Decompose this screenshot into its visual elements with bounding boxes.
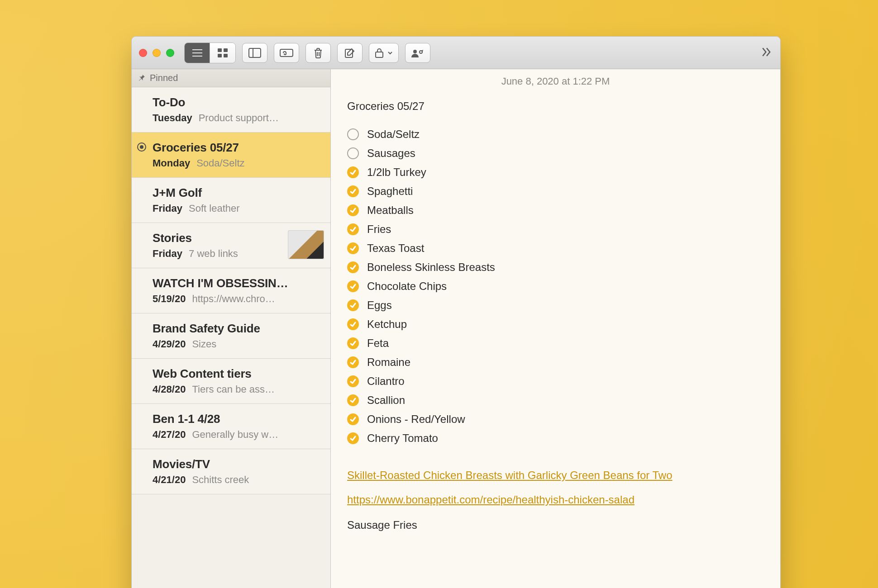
svg-point-14 <box>413 50 417 53</box>
note-list-item-subline: 4/28/20Tiers can be ass… <box>153 384 322 395</box>
grid-icon <box>217 48 228 58</box>
checklist-item[interactable]: 1/2lb Turkey <box>347 166 764 179</box>
list-icon <box>191 48 203 58</box>
checklist-item[interactable]: Ketchup <box>347 318 764 331</box>
lock-button[interactable] <box>369 43 399 63</box>
notes-list[interactable]: To-DoTuesdayProduct support…Groceries 05… <box>132 87 330 494</box>
note-list-item-title: Ben 1-1 4/28 <box>153 412 322 426</box>
pinned-label: Pinned <box>150 73 178 83</box>
delete-button[interactable] <box>305 43 331 63</box>
note-list-item[interactable]: J+M GolfFridaySoft leather <box>132 178 330 223</box>
recipe-link-2[interactable]: https://www.bonappetit.com/recipe/health… <box>347 493 635 506</box>
note-list-item-title: Web Content tiers <box>153 367 322 381</box>
checkbox-checked-icon[interactable] <box>347 242 359 254</box>
checklist-item[interactable]: Chocolate Chips <box>347 280 764 293</box>
note-list-item-title: To-Do <box>153 95 322 109</box>
note-list-item[interactable]: StoriesFriday7 web links <box>132 223 330 268</box>
note-list-item[interactable]: Groceries 05/27MondaySoda/Seltz <box>132 133 330 178</box>
note-list-item-title: J+M Golf <box>153 186 322 200</box>
checkbox-checked-icon[interactable] <box>347 204 359 216</box>
checklist-item[interactable]: Scallion <box>347 394 764 407</box>
checklist-item[interactable]: Cherry Tomato <box>347 432 764 445</box>
notes-sidebar: Pinned To-DoTuesdayProduct support…Groce… <box>132 69 331 588</box>
checkbox-checked-icon[interactable] <box>347 280 359 292</box>
note-list-item-preview: Soft leather <box>189 203 240 214</box>
note-timestamp: June 8, 2020 at 1:22 PM <box>347 76 764 87</box>
note-list-item[interactable]: Ben 1-1 4/284/27/20Generally busy w… <box>132 404 330 449</box>
note-list-item-preview: Schitts creek <box>192 474 249 486</box>
note-list-item-subline: FridaySoft leather <box>153 203 322 214</box>
checkbox-checked-icon[interactable] <box>347 185 359 197</box>
checkbox-checked-icon[interactable] <box>347 318 359 330</box>
note-list-item[interactable]: To-DoTuesdayProduct support… <box>132 87 330 133</box>
note-list-item[interactable]: Web Content tiers4/28/20Tiers can be ass… <box>132 359 330 404</box>
recipe-link-1[interactable]: Skillet-Roasted Chicken Breasts with Gar… <box>347 469 673 482</box>
view-list-button[interactable] <box>185 43 210 63</box>
checklist-item[interactable]: Soda/Seltz <box>347 128 764 141</box>
checklist-item-text: Cilantro <box>367 375 405 388</box>
checklist-item[interactable]: Eggs <box>347 299 764 312</box>
checklist-item[interactable]: Boneless Skinless Breasts <box>347 261 764 274</box>
checkbox-checked-icon[interactable] <box>347 432 359 444</box>
content-area: Pinned To-DoTuesdayProduct support…Groce… <box>132 69 780 588</box>
checklist-item-text: Boneless Skinless Breasts <box>367 261 495 274</box>
toolbar-more-button[interactable] <box>760 46 773 60</box>
checklist-item-text: Fries <box>367 223 391 236</box>
note-paragraph[interactable]: Sausage Fries <box>347 519 764 531</box>
checkbox-checked-icon[interactable] <box>347 356 359 368</box>
note-title[interactable]: Groceries 05/27 <box>347 100 764 113</box>
toggle-folders-button[interactable] <box>242 43 267 63</box>
view-mode-segment <box>184 43 236 63</box>
checkbox-checked-icon[interactable] <box>347 413 359 425</box>
pinned-header: Pinned <box>132 69 330 87</box>
pin-icon <box>138 73 145 83</box>
note-list-item[interactable]: Brand Safety Guide4/29/20Sizes <box>132 313 330 359</box>
fullscreen-window-button[interactable] <box>166 49 174 57</box>
share-button[interactable] <box>405 43 430 63</box>
checkbox-checked-icon[interactable] <box>347 337 359 349</box>
note-list-item-date: 4/27/20 <box>153 429 186 441</box>
checkbox-checked-icon[interactable] <box>347 375 359 387</box>
notes-window: Pinned To-DoTuesdayProduct support…Groce… <box>131 36 781 588</box>
checklist-item-text: Scallion <box>367 394 405 407</box>
checklist-item[interactable]: Meatballs <box>347 204 764 217</box>
note-list-item-subline: 4/29/20Sizes <box>153 338 322 350</box>
checklist-item[interactable]: Romaine <box>347 356 764 369</box>
note-list-item-title: WATCH I'M OBSESSIN… <box>153 276 322 290</box>
checklist-item[interactable]: Cilantro <box>347 375 764 388</box>
minimize-window-button[interactable] <box>153 49 161 57</box>
note-list-item-subline: MondaySoda/Seltz <box>153 157 322 169</box>
compose-button[interactable] <box>337 43 363 63</box>
checkbox-checked-icon[interactable] <box>347 166 359 178</box>
checkbox-checked-icon[interactable] <box>347 394 359 406</box>
checklist-item-text: 1/2lb Turkey <box>367 166 426 179</box>
checkbox-unchecked-icon[interactable] <box>347 147 359 159</box>
checklist-item[interactable]: Fries <box>347 223 764 236</box>
checkbox-checked-icon[interactable] <box>347 223 359 235</box>
note-list-item-preview: Soda/Seltz <box>196 157 244 169</box>
checklist-item[interactable]: Sausages <box>347 147 764 160</box>
checklist-item-text: Soda/Seltz <box>367 128 420 141</box>
checklist-item-text: Chocolate Chips <box>367 280 447 293</box>
checklist-item[interactable]: Spaghetti <box>347 185 764 198</box>
note-list-item-date: 4/29/20 <box>153 338 186 350</box>
attachments-button[interactable] <box>274 43 299 63</box>
close-window-button[interactable] <box>139 49 147 57</box>
lock-icon <box>375 47 384 58</box>
view-grid-button[interactable] <box>210 43 235 63</box>
checklist-item-text: Sausages <box>367 147 415 160</box>
note-editor[interactable]: June 8, 2020 at 1:22 PM Groceries 05/27 … <box>331 69 780 588</box>
note-list-item[interactable]: Movies/TV4/21/20Schitts creek <box>132 449 330 494</box>
note-list-item[interactable]: WATCH I'M OBSESSIN…5/19/20https://www.ch… <box>132 268 330 313</box>
note-list-item-title: Brand Safety Guide <box>153 322 322 336</box>
checklist-item[interactable]: Texas Toast <box>347 242 764 255</box>
checkbox-checked-icon[interactable] <box>347 299 359 311</box>
checklist-item[interactable]: Feta <box>347 337 764 350</box>
note-list-item-date: Tuesday <box>153 112 192 124</box>
checkbox-checked-icon[interactable] <box>347 261 359 273</box>
toolbar <box>132 37 780 69</box>
checklist: Soda/SeltzSausages1/2lb TurkeySpaghettiM… <box>347 128 764 445</box>
checkbox-unchecked-icon[interactable] <box>347 128 359 140</box>
checklist-item[interactable]: Onions - Red/Yellow <box>347 413 764 426</box>
svg-rect-3 <box>218 48 222 52</box>
